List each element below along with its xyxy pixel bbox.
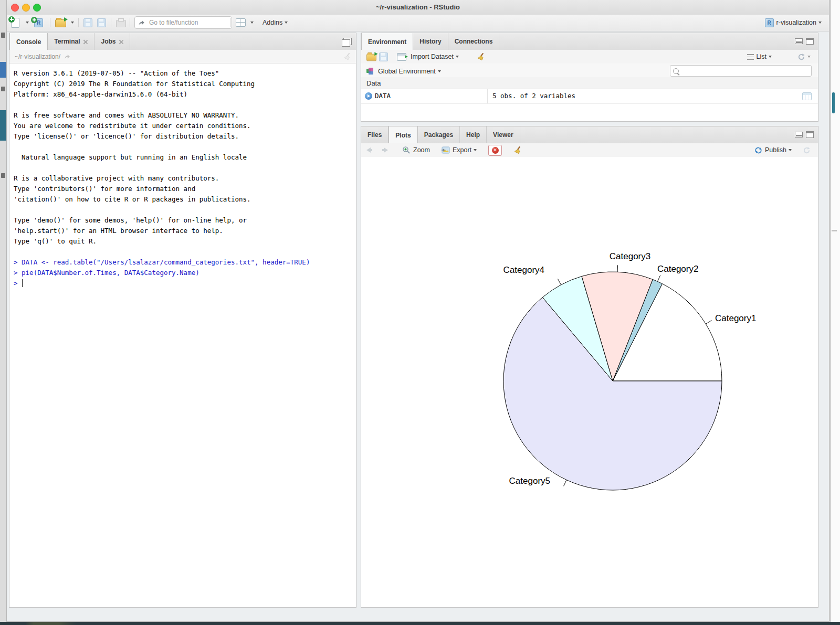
refresh-plot-button[interactable]	[803, 145, 811, 155]
console-line: Type 'q()' to quit R.	[14, 236, 356, 247]
zoom-magnifier-icon	[402, 146, 411, 154]
publish-button[interactable]: Publish	[754, 145, 792, 155]
console-line: Type 'demo()' for some demos, 'help()' f…	[14, 215, 356, 226]
tab-plots[interactable]: Plots	[388, 126, 417, 144]
clear-console-broom-icon[interactable]	[342, 52, 351, 61]
tab-terminal[interactable]: Terminal	[48, 33, 94, 50]
clear-all-plots-button[interactable]	[512, 145, 521, 155]
goto-file-input[interactable]	[148, 18, 218, 27]
tab-help[interactable]: Help	[460, 126, 487, 143]
label-tick-category4	[558, 279, 561, 284]
console-line: Type 'contributors()' for more informati…	[14, 184, 356, 194]
console-command: > DATA <- read.table("/Users/lsalazar/co…	[14, 257, 356, 268]
goto-file-search[interactable]	[134, 16, 232, 29]
console-line	[14, 100, 356, 110]
tab-jobs[interactable]: Jobs	[94, 33, 130, 50]
export-plot-button[interactable]: Export	[441, 145, 477, 155]
refresh-icon	[803, 146, 811, 154]
open-file-button[interactable]	[55, 17, 66, 28]
maximize-pane-icon[interactable]	[806, 131, 814, 138]
console-line	[14, 247, 356, 257]
next-plot-button[interactable]	[382, 145, 388, 155]
label-tick-category3	[617, 265, 618, 272]
tab-console[interactable]: Console	[9, 33, 48, 50]
export-label: Export	[453, 146, 471, 154]
label-tick-category5	[564, 480, 566, 486]
zoom-plot-button[interactable]: Zoom	[402, 145, 430, 155]
save-button[interactable]	[83, 17, 92, 28]
tab-connections-label: Connections	[455, 38, 493, 45]
open-file-dropdown[interactable]	[69, 17, 74, 28]
console-working-dir-bar: ~/r-visualization/	[9, 50, 356, 63]
column-divider	[487, 89, 488, 103]
tab-console-label: Console	[16, 38, 41, 46]
maximize-pane-icon[interactable]	[806, 38, 814, 45]
import-dataset-icon	[397, 53, 406, 61]
addins-menu[interactable]: Addins	[260, 17, 288, 28]
refresh-icon	[797, 53, 805, 61]
save-workspace-button[interactable]	[379, 51, 388, 62]
forward-arrow-icon	[384, 147, 388, 153]
console-output[interactable]: R version 3.6.1 (2019-07-05) -- "Action …	[9, 63, 356, 607]
tab-history[interactable]: History	[413, 33, 448, 50]
toolbar-divider	[78, 18, 79, 27]
environment-search-box[interactable]	[670, 65, 812, 77]
pie-chart: Category1Category2Category3Category4Cate…	[361, 157, 818, 607]
broom-icon	[512, 146, 521, 155]
tab-jobs-label: Jobs	[101, 38, 116, 45]
load-workspace-button[interactable]	[366, 51, 377, 62]
publish-label: Publish	[765, 146, 786, 154]
background-accent	[832, 92, 835, 113]
refresh-environment-button[interactable]	[797, 51, 811, 62]
export-image-icon	[441, 146, 450, 154]
console-prompt[interactable]: >	[14, 278, 356, 289]
environment-scope-row: Global Environment	[361, 63, 818, 78]
global-environment-dropdown[interactable]: Global Environment	[366, 66, 441, 77]
tab-environment[interactable]: Environment	[361, 33, 413, 50]
clear-environment-button[interactable]	[476, 51, 485, 62]
tab-packages[interactable]: Packages	[418, 126, 460, 143]
new-file-button[interactable]	[11, 17, 19, 28]
view-table-icon[interactable]	[802, 92, 812, 100]
background-highlight	[0, 62, 6, 78]
environment-pane: Environment History Connections Import D…	[361, 33, 818, 122]
goto-arrow-icon	[138, 19, 145, 26]
remove-plot-button[interactable]: ✕	[488, 145, 502, 156]
pane-layout-button[interactable]	[236, 17, 246, 28]
pane-layout-dropdown[interactable]	[248, 17, 254, 28]
project-menu[interactable]: R r-visualization	[765, 17, 822, 28]
environment-search-input[interactable]	[681, 67, 808, 75]
minimize-pane-icon[interactable]	[795, 132, 803, 137]
expand-object-icon[interactable]	[365, 92, 372, 100]
pie-label-category2: Category2	[657, 264, 698, 274]
tab-history-label: History	[419, 38, 441, 45]
object-value: 5 obs. of 2 variables	[492, 92, 575, 100]
print-button[interactable]	[116, 17, 126, 28]
new-project-button[interactable]: R	[34, 17, 43, 28]
toolbar-divider	[130, 18, 130, 27]
console-line: Type 'license()' or 'licence()' for dist…	[14, 131, 356, 142]
maximize-pane-icon[interactable]	[343, 38, 352, 45]
close-tab-icon[interactable]	[119, 39, 123, 44]
project-name: r-visualization	[776, 19, 816, 26]
save-all-button[interactable]	[97, 17, 106, 28]
environment-toolbar: Import Dataset List	[361, 50, 818, 64]
goto-directory-icon[interactable]	[64, 54, 71, 60]
environment-section-header: Data	[361, 77, 818, 89]
import-dataset-button[interactable]: Import Dataset	[397, 51, 459, 62]
tab-connections[interactable]: Connections	[448, 33, 500, 50]
title-bar[interactable]: ~/r-visualization - RStudio	[7, 0, 829, 15]
pie-label-category5: Category5	[509, 476, 550, 486]
close-tab-icon[interactable]	[83, 39, 88, 44]
prompt-text: >	[14, 279, 22, 287]
new-file-dropdown[interactable]	[24, 17, 29, 28]
minimize-pane-icon[interactable]	[795, 38, 803, 44]
environment-object-row[interactable]: DATA 5 obs. of 2 variables	[361, 89, 818, 104]
list-view-dropdown[interactable]: List	[747, 51, 772, 62]
plots-toolbar: Zoom Export ✕ Publish	[361, 143, 818, 157]
previous-plot-button[interactable]	[366, 145, 372, 155]
tab-viewer[interactable]: Viewer	[487, 126, 520, 143]
tab-environment-label: Environment	[368, 38, 406, 46]
window-title: ~/r-visualization - RStudio	[7, 3, 829, 11]
tab-files[interactable]: Files	[361, 126, 388, 143]
